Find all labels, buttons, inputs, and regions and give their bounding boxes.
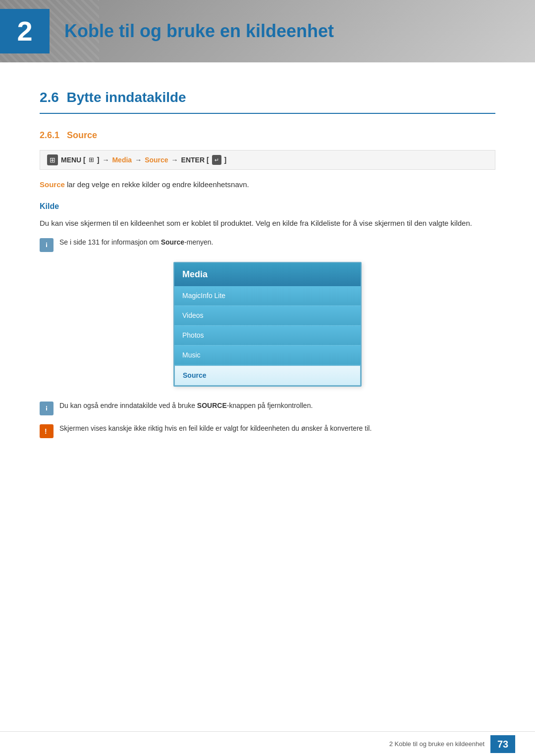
main-content: 2.6 Bytte inndatakilde 2.6.1 Source MENU…: [0, 62, 535, 496]
note-row-3: ! Skjermen vises kanskje ikke riktig hvi…: [40, 423, 495, 438]
menu-path-source: Source: [145, 155, 168, 165]
note-text-1: Se i side 131 for informasjon om Source-…: [59, 237, 213, 248]
note-text-2: Du kan også endre inndatakilde ved å bru…: [59, 401, 313, 411]
menu-item-magicinfo: MagicInfo Lite: [174, 286, 361, 306]
note-row-1: Se i side 131 for informasjon om Source-…: [40, 237, 495, 252]
media-menu-screenshot: Media MagicInfo Lite Videos Photos Music…: [173, 262, 362, 387]
menu-path-grid-icon: ⊞: [89, 155, 94, 165]
subsection-title: 2.6.1 Source: [40, 129, 495, 142]
kilde-text: Du kan vise skjermen til en kildeenhet s…: [40, 217, 495, 229]
menu-path-enter: ENTER [: [181, 155, 209, 165]
body-text-1: Source lar deg velge en rekke kilder og …: [40, 179, 495, 191]
header-title: Koble til og bruke en kildeenhet: [64, 18, 334, 45]
menu-item-videos: Videos: [174, 306, 361, 326]
menu-path-menu: MENU [: [61, 155, 86, 165]
info-icon-2: [40, 402, 54, 415]
menu-path-media: Media: [112, 155, 132, 165]
warn-icon: !: [40, 424, 54, 438]
chapter-badge: 2: [0, 9, 50, 53]
media-menu-header: Media: [174, 263, 361, 286]
svg-text:!: !: [45, 427, 47, 435]
page-header: 2 Koble til og bruke en kildeenhet: [0, 0, 535, 62]
section-title: 2.6 Bytte inndatakilde: [40, 87, 495, 114]
note-row-2: Du kan også endre inndatakilde ved å bru…: [40, 401, 495, 415]
footer-text: 2 Koble til og bruke en kildeenhet: [389, 739, 484, 749]
menu-icon: [47, 154, 58, 165]
footer-page-number: 73: [490, 735, 515, 753]
info-icon: [40, 238, 54, 252]
enter-icon: ↵: [212, 155, 221, 165]
menu-item-photos: Photos: [174, 326, 361, 346]
menu-item-source: Source: [174, 365, 361, 386]
page-footer: 2 Koble til og bruke en kildeenhet 73: [0, 731, 535, 756]
menu-item-music: Music: [174, 346, 361, 365]
note-text-3: Skjermen vises kanskje ikke riktig hvis …: [59, 423, 372, 434]
menu-path-bar: MENU [ ⊞ ] → Media → Source → ENTER [ ↵ …: [40, 150, 495, 170]
kilde-heading: Kilde: [40, 201, 495, 212]
media-menu: Media MagicInfo Lite Videos Photos Music…: [173, 262, 362, 387]
